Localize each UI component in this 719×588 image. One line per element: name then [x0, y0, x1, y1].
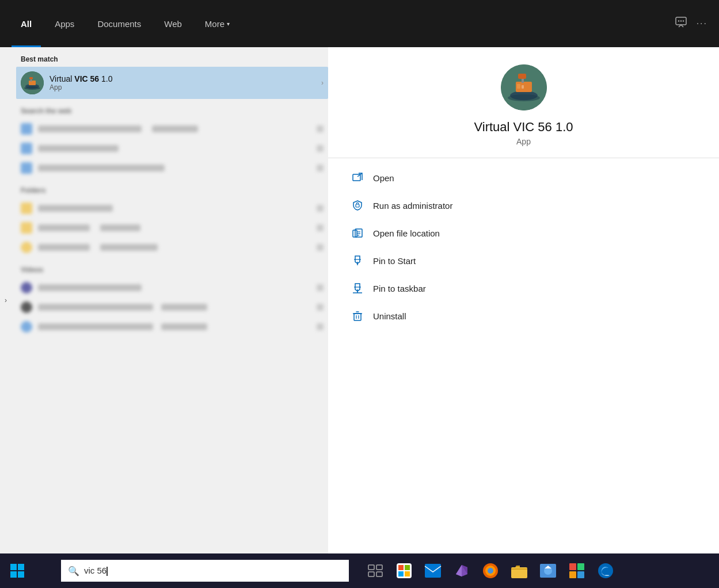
name-bold: VIC 56 — [74, 74, 99, 83]
shield-icon — [351, 199, 364, 212]
app-detail-icon — [501, 64, 547, 110]
videos-section: Videos — [16, 258, 328, 336]
firefox-button[interactable] — [478, 558, 503, 583]
folders-section: Folders — [16, 178, 328, 257]
nav-right-actions: ··· — [675, 16, 707, 32]
app-actions: Open Run as administrator — [328, 158, 719, 335]
pin-start-icon — [351, 254, 364, 267]
taskbar-search-box[interactable]: 🔍 vic 56 — [61, 560, 349, 582]
ellipsis-icon[interactable]: ··· — [697, 18, 707, 29]
right-panel: Virtual VIC 56 1.0 App Open — [328, 47, 719, 553]
best-match-item[interactable]: Virtual VIC 56 1.0 App › — [16, 67, 328, 99]
search-web-label: Search the web — [16, 99, 328, 120]
svg-point-9 — [24, 86, 40, 90]
svg-rect-8 — [29, 77, 33, 79]
svg-rect-37 — [18, 571, 24, 578]
svg-rect-40 — [368, 572, 374, 576]
action-pin-start-label: Pin to Start — [373, 256, 416, 266]
svg-rect-43 — [398, 565, 404, 570]
svg-rect-36 — [10, 571, 17, 578]
app-detail-name: Virtual VIC 56 1.0 — [474, 120, 573, 135]
tab-all[interactable]: All — [12, 0, 41, 47]
svg-rect-45 — [398, 571, 404, 576]
videos-label: Videos — [16, 258, 328, 278]
search-text: vic 56 — [84, 566, 108, 576]
open-icon — [351, 171, 364, 184]
svg-rect-38 — [368, 565, 374, 570]
svg-point-50 — [488, 568, 493, 574]
best-match-name: Virtual VIC 56 1.0 — [50, 74, 315, 83]
web-item-1[interactable] — [16, 120, 328, 138]
action-pin-taskbar-label: Pin to taskbar — [373, 284, 426, 293]
name-suffix: 1.0 — [99, 74, 112, 83]
svg-rect-16 — [517, 84, 520, 89]
action-run-admin-label: Run as administrator — [373, 201, 452, 211]
tab-documents[interactable]: Documents — [88, 0, 150, 47]
video-item-2[interactable] — [16, 298, 328, 316]
app-detail-type: App — [516, 137, 531, 146]
video-item-1[interactable] — [16, 278, 328, 297]
svg-rect-35 — [18, 564, 24, 570]
action-open[interactable]: Open — [351, 164, 696, 192]
edge-button[interactable] — [593, 558, 618, 583]
best-match-label: Best match — [16, 47, 328, 67]
fileexplorer-button[interactable] — [507, 558, 532, 583]
svg-rect-6 — [29, 81, 36, 85]
action-open-label: Open — [373, 173, 394, 183]
action-pin-start[interactable]: Pin to Start — [351, 247, 696, 274]
svg-rect-17 — [522, 85, 524, 89]
results-list: Best match Virt — [0, 47, 328, 553]
svg-point-1 — [678, 20, 679, 21]
mail-button[interactable] — [420, 558, 446, 583]
folder-item-3[interactable] — [16, 238, 328, 257]
action-pin-taskbar[interactable]: Pin to taskbar — [351, 274, 696, 302]
colorapp-button[interactable] — [564, 558, 589, 583]
tab-apps[interactable]: Apps — [45, 0, 83, 47]
taskbar-apps — [363, 558, 618, 583]
search-web-section: Search the web — [16, 99, 328, 177]
svg-rect-41 — [376, 572, 382, 576]
mail2-button[interactable] — [535, 558, 561, 583]
svg-point-59 — [598, 563, 613, 578]
best-match-sub: App — [50, 83, 315, 91]
folders-label: Folders — [16, 178, 328, 199]
svg-rect-14 — [518, 74, 526, 79]
web-item-2[interactable] — [16, 139, 328, 158]
collapse-arrow[interactable]: › — [0, 289, 12, 312]
action-run-admin[interactable]: Run as administrator — [351, 192, 696, 219]
main-content: › Best match — [0, 47, 719, 553]
file-location-icon — [351, 227, 364, 239]
visualstudio-button[interactable] — [449, 558, 474, 583]
svg-point-2 — [680, 20, 681, 21]
best-match-text: Virtual VIC 56 1.0 App — [50, 74, 315, 91]
svg-rect-56 — [577, 563, 584, 570]
app-detail-header: Virtual VIC 56 1.0 App — [328, 47, 719, 158]
start-button[interactable] — [5, 558, 30, 583]
store-button[interactable] — [391, 558, 417, 583]
svg-rect-30 — [354, 314, 361, 320]
chevron-down-icon: ▾ — [227, 21, 230, 27]
app-icon-ship — [21, 71, 44, 94]
video-item-3[interactable] — [16, 318, 328, 336]
tab-web[interactable]: Web — [155, 0, 191, 47]
svg-rect-57 — [569, 571, 576, 578]
left-panel: › Best match — [0, 47, 328, 553]
item-arrow: › — [321, 79, 324, 87]
action-location-label: Open file location — [373, 228, 440, 238]
svg-rect-39 — [376, 565, 382, 570]
tab-more[interactable]: More ▾ — [196, 0, 239, 47]
svg-rect-47 — [425, 564, 441, 578]
action-uninstall-label: Uninstall — [373, 311, 406, 321]
action-open-location[interactable]: Open file location — [351, 219, 696, 247]
feedback-icon[interactable] — [675, 16, 687, 32]
svg-point-15 — [508, 94, 540, 101]
svg-rect-55 — [569, 563, 576, 570]
folder-item-1[interactable] — [16, 199, 328, 217]
name-plain: Virtual — [50, 74, 74, 83]
search-icon: 🔍 — [68, 566, 79, 576]
action-uninstall[interactable]: Uninstall — [351, 302, 696, 330]
svg-rect-44 — [405, 565, 410, 570]
web-item-3[interactable] — [16, 159, 328, 177]
taskview-button[interactable] — [363, 558, 388, 583]
folder-item-2[interactable] — [16, 219, 328, 237]
